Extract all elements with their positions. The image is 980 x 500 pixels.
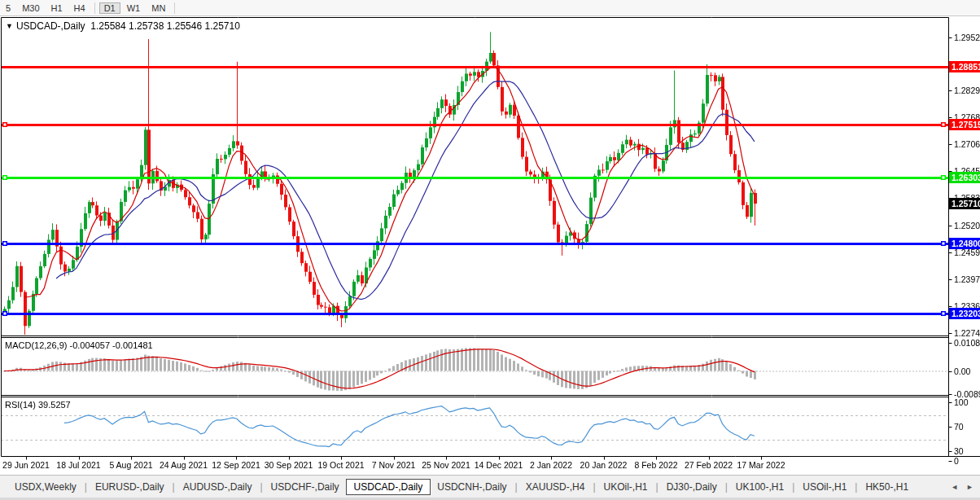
rsi-axis-tick: 30 <box>954 446 964 456</box>
date-axis-label: 30 Sep 2021 <box>265 460 313 470</box>
date-axis-label: 5 Aug 2021 <box>109 460 152 470</box>
tab-scroll-right-icon[interactable]: ► <box>966 483 973 491</box>
timeframe-button-mn[interactable]: MN <box>147 2 170 14</box>
tab-separator: | <box>260 481 262 493</box>
price-axis-tick: 1.22745 <box>954 328 980 338</box>
price-badge: 1.23203 <box>949 308 980 319</box>
tab-usdchf-daily[interactable]: USDCHF-,Daily <box>265 479 346 495</box>
price-badge: 1.25710 <box>949 198 980 209</box>
date-axis-label: 7 Nov 2021 <box>372 460 416 470</box>
timeframe-button-h1[interactable]: H1 <box>46 2 68 14</box>
timeframe-toolbar: 5M30H1H4D1W1MN <box>0 0 980 16</box>
tab-eurusd-daily[interactable]: EURUSD-,Daily <box>89 479 171 495</box>
tab-hk50-h1[interactable]: HK50-,H1 <box>859 479 915 495</box>
date-axis-label: 2 Jan 2022 <box>530 460 572 470</box>
rsi-axis-tick: 0 <box>954 456 959 466</box>
tab-separator: | <box>85 481 87 493</box>
price-badge: 1.24800 <box>949 238 980 249</box>
mt4-application: 5M30H1H4D1W1MN ▼USDCAD-,Daily 1.25584 1.… <box>0 0 980 500</box>
tab-scroll-left-icon[interactable]: ◄ <box>951 483 958 491</box>
date-axis-label: 27 Feb 2022 <box>685 460 733 470</box>
price-badge: 1.26303 <box>949 172 980 183</box>
tab-usdx-weekly[interactable]: USDX,Weekly <box>8 479 83 495</box>
tab-dj30-daily[interactable]: DJ30-,Daily <box>660 479 724 495</box>
tab-separator: | <box>656 481 658 493</box>
timeframe-button-h4[interactable]: H4 <box>69 2 90 14</box>
chart-plot-area[interactable] <box>1 17 948 457</box>
toolbar-separator <box>174 2 175 14</box>
rsi-axis-tick: 70 <box>954 422 964 432</box>
tab-ukoil-h1[interactable]: UKOil-,H1 <box>597 479 654 495</box>
macd-axis-tick: 0.00 <box>954 366 970 376</box>
tab-separator: | <box>173 481 175 493</box>
tab-audusd-daily[interactable]: AUDUSD-,Daily <box>177 479 259 495</box>
tab-usdcnh-daily[interactable]: USDCNH-,Daily <box>431 479 513 495</box>
price-axis-tick: 1.28295 <box>954 86 980 95</box>
timeframe-button-d1[interactable]: D1 <box>99 2 120 14</box>
timeframe-button-m30[interactable]: M30 <box>17 2 44 14</box>
price-axis-tick: 1.27065 <box>954 139 980 149</box>
price-badge: 1.28851 <box>949 61 980 72</box>
date-axis-label: 12 Sep 2021 <box>212 460 260 470</box>
date-axis-label: 20 Jan 2022 <box>580 460 628 470</box>
price-badge: 1.27515 <box>949 119 980 130</box>
chart-tab-bar: USDX,Weekly|EURUSD-,Daily|AUDUSD-,Daily|… <box>0 475 980 498</box>
tab-separator: | <box>855 481 857 493</box>
timeframe-button-5[interactable]: 5 <box>1 2 15 14</box>
date-axis-label: 25 Nov 2021 <box>422 460 470 470</box>
tab-separator: | <box>515 481 518 493</box>
tab-xauusd-h4[interactable]: XAUUSD-,H4 <box>519 479 592 495</box>
date-axis-label: 17 Mar 2022 <box>737 460 785 470</box>
tab-uk100-h1[interactable]: UK100-,H1 <box>729 479 790 495</box>
date-axis-label: 14 Dec 2021 <box>475 460 523 470</box>
tab-usoil-h1[interactable]: USOil-,H1 <box>796 479 853 495</box>
date-axis-label: 24 Aug 2021 <box>160 460 208 470</box>
tab-separator: | <box>792 481 794 493</box>
date-axis-label: 29 Jun 2021 <box>2 460 50 470</box>
price-axis-tick: 1.29525 <box>954 33 980 42</box>
tab-separator: | <box>725 481 728 493</box>
timeframe-button-w1[interactable]: W1 <box>122 2 146 14</box>
price-axis-tick: 1.23975 <box>954 274 980 284</box>
date-axis-label: 8 Feb 2022 <box>634 460 677 470</box>
date-axis-label: 18 Jul 2021 <box>56 460 100 470</box>
tab-usdcad-daily[interactable]: USDCAD-,Daily <box>346 479 431 495</box>
rsi-axis-tick: 100 <box>954 397 969 407</box>
chart-window: ▼USDCAD-,Daily 1.25584 1.25738 1.25546 1… <box>0 16 980 472</box>
macd-axis-tick: 0.010869 <box>954 338 980 348</box>
date-axis-label: 19 Oct 2021 <box>317 460 364 470</box>
price-axis-tick: 1.24590 <box>954 248 980 257</box>
tab-separator: | <box>593 481 595 493</box>
tab-scroll-arrows: ◄► <box>951 483 973 491</box>
price-axis-tick: 1.25205 <box>954 221 980 230</box>
toolbar-separator <box>94 2 95 14</box>
